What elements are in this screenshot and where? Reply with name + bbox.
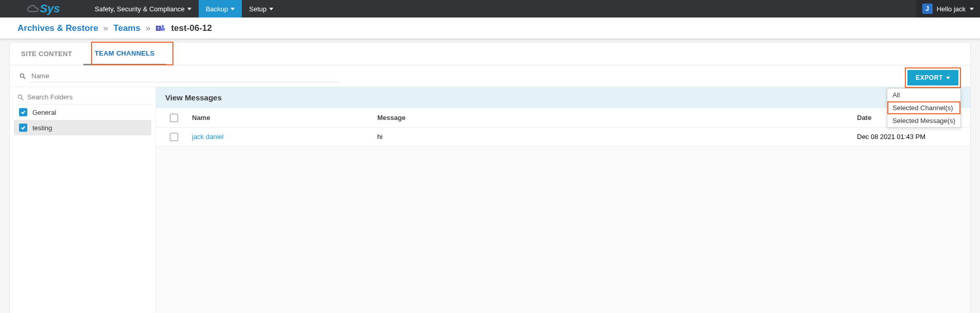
breadcrumb-sep: » <box>103 23 108 33</box>
chevron-down-icon <box>187 8 191 10</box>
svg-line-5 <box>24 77 26 79</box>
folder-label: General <box>32 109 56 116</box>
breadcrumb-title: test-06-12 <box>171 23 212 33</box>
checkbox-checked-icon[interactable] <box>19 108 27 116</box>
export-label: EXPORT <box>916 74 943 81</box>
nav-label: Setup <box>249 5 267 13</box>
messages-panel-title: View Messages <box>156 87 970 108</box>
chevron-down-icon <box>231 8 235 10</box>
folder-item-general[interactable]: General <box>14 105 151 120</box>
user-greeting: Hello jack <box>937 5 966 13</box>
search-icon <box>19 73 26 80</box>
chevron-down-icon <box>946 77 950 79</box>
name-search-input[interactable] <box>30 70 339 82</box>
highlight-box: EXPORT <box>905 67 961 88</box>
column-name[interactable]: Name <box>192 114 377 121</box>
tabs: SITE CONTENT TEAM CHANNELS <box>10 43 970 65</box>
svg-point-6 <box>18 95 22 98</box>
folder-label: testing <box>32 124 52 132</box>
breadcrumb-teams[interactable]: Teams <box>113 23 141 33</box>
breadcrumb-sep: » <box>146 23 150 33</box>
row-message: hi <box>377 133 857 141</box>
folder-search-placeholder: Search Folders <box>27 93 73 101</box>
messages-header-row: Name Message Date <box>156 108 970 128</box>
user-menu[interactable]: J Hello jack <box>916 0 980 18</box>
folder-item-testing[interactable]: testing <box>14 120 151 135</box>
tab-site-content[interactable]: SITE CONTENT <box>10 43 83 65</box>
tab-team-channels[interactable]: TEAM CHANNELS <box>83 43 166 65</box>
export-button[interactable]: EXPORT <box>907 70 958 85</box>
nav-safety-security[interactable]: Safety, Security & Compliance <box>87 0 199 18</box>
content-region: SITE CONTENT TEAM CHANNELS EXPORT All Se… <box>9 42 971 313</box>
breadcrumb: Archives & Restore » Teams » T test-06-1… <box>0 18 980 39</box>
folders-sidebar: Search Folders General testing <box>10 87 156 313</box>
svg-line-7 <box>22 98 24 100</box>
logo[interactable]: Sys <box>0 0 87 18</box>
svg-text:T: T <box>157 26 160 30</box>
export-menu: All Selected Channel(s) Selected Message… <box>887 88 961 128</box>
export-menu-selected-messages[interactable]: Selected Message(s) <box>887 114 960 127</box>
teams-icon: T <box>155 23 166 33</box>
chevron-down-icon <box>269 8 273 10</box>
cloud-icon <box>27 5 39 13</box>
svg-point-4 <box>20 74 24 77</box>
export-menu-all[interactable]: All <box>887 89 960 101</box>
export-menu-selected-channels[interactable]: Selected Channel(s) <box>887 101 960 114</box>
messages-panel: View Messages Name Message Date jack dan… <box>156 87 970 313</box>
toolbar: EXPORT All Selected Channel(s) Selected … <box>10 65 970 87</box>
select-all-checkbox[interactable] <box>170 114 178 122</box>
svg-point-2 <box>162 25 164 27</box>
svg-rect-3 <box>161 27 165 31</box>
row-date: Dec 08 2021 01:43 PM <box>857 133 970 141</box>
folder-search[interactable]: Search Folders <box>14 90 151 105</box>
nav-setup[interactable]: Setup <box>242 0 281 18</box>
chevron-down-icon <box>970 8 974 10</box>
row-name-link[interactable]: jack daniel <box>192 133 223 141</box>
row-checkbox[interactable] <box>170 133 178 141</box>
nav-backup[interactable]: Backup <box>199 0 242 18</box>
nav-label: Backup <box>206 5 228 13</box>
table-row[interactable]: jack daniel hi Dec 08 2021 01:43 PM <box>156 128 970 146</box>
checkbox-checked-icon[interactable] <box>19 124 27 132</box>
top-nav: Sys Safety, Security & Compliance Backup… <box>0 0 980 18</box>
nav-label: Safety, Security & Compliance <box>95 5 185 13</box>
breadcrumb-root[interactable]: Archives & Restore <box>18 23 98 33</box>
user-avatar: J <box>922 4 933 14</box>
search-icon <box>17 94 24 101</box>
column-message[interactable]: Message <box>377 114 857 121</box>
